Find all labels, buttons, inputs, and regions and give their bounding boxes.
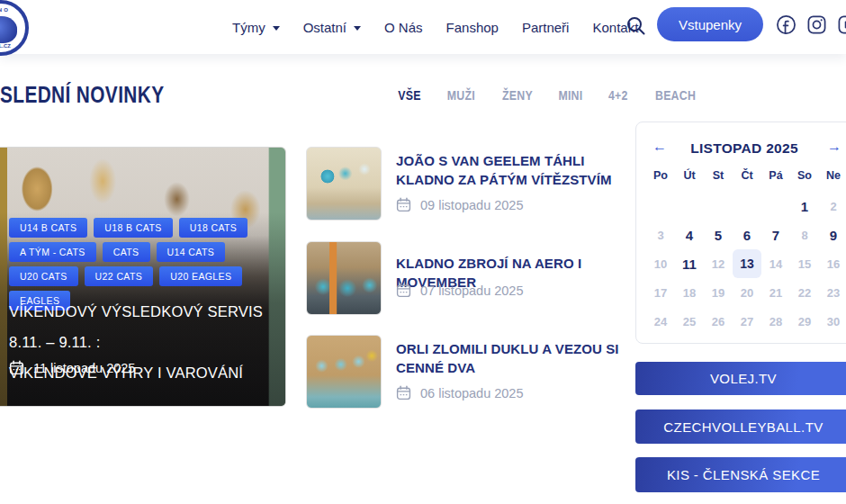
date-text: 11 listopadu 2025 [33, 361, 135, 375]
main-nav: Týmy Ostatní O Nás Fanshop Partneři Kont… [232, 0, 638, 54]
calendar-day-21[interactable]: 21 [761, 278, 790, 307]
site-header: ONO BAL.CZ Týmy Ostatní O Nás Fanshop Pa… [0, 0, 846, 54]
tag-u14-b-cats[interactable]: U14 B CATS [9, 218, 87, 238]
filter-tab-muzi[interactable]: MUŽI [447, 88, 475, 103]
calendar-day-28[interactable]: 28 [761, 307, 790, 336]
filter-tab-beach[interactable]: BEACH [655, 88, 696, 103]
filter-tab-vse[interactable]: VŠE [398, 88, 420, 103]
tickets-button[interactable]: Vstupenky [657, 7, 763, 41]
calendar-day-7[interactable]: 7 [761, 220, 790, 249]
calendar-day-11[interactable]: 11 [675, 249, 704, 278]
calendar-day-27[interactable]: 27 [733, 307, 761, 336]
tag-cats[interactable]: CATS [103, 242, 150, 262]
article-thumbnail [306, 147, 382, 220]
calendar-day-19[interactable]: 19 [704, 278, 733, 307]
filter-tab-zeny[interactable]: ŽENY [502, 88, 533, 103]
article-date: 09 listopadu 2025 [396, 197, 524, 212]
calendar-day-headers: Po Út St Čt Pá So Ne [646, 169, 846, 182]
calendar-next-arrow[interactable]: → [827, 139, 842, 155]
nav-item-o-nas[interactable]: O Nás [384, 20, 423, 35]
article-thumbnail [306, 335, 382, 409]
tag-u22-cats[interactable]: U22 CATS [85, 266, 154, 286]
nav-item-fanshop[interactable]: Fanshop [446, 20, 499, 35]
news-filter-tabs: VŠE MUŽI ŽENY MINI 4+2 BEACH [396, 88, 699, 103]
nav-item-tymy[interactable]: Týmy [232, 20, 280, 35]
dow-ne: Ne [819, 169, 846, 182]
calendar-day-17[interactable]: 17 [646, 278, 675, 307]
dow-pa: Pá [761, 169, 790, 182]
calendar-cell [646, 192, 675, 220]
club-logo-text-top: ONO [0, 7, 25, 13]
calendar-cell [733, 192, 761, 220]
tag-u20-cats[interactable]: U20 CATS [9, 266, 78, 286]
banner-kis-clenska-sekce[interactable]: KIS - ČLENSKÁ SEKCE [635, 457, 846, 492]
nav-item-partneri[interactable]: Partneři [522, 20, 570, 35]
facebook-icon[interactable] [776, 14, 796, 35]
tag-u20-eagles[interactable]: U20 EAGLES [159, 266, 242, 286]
calendar-day-26[interactable]: 26 [704, 307, 733, 336]
calendar-day-10[interactable]: 10 [646, 249, 675, 278]
calendar-day-14[interactable]: 14 [761, 249, 790, 278]
club-logo[interactable]: ONO BAL.CZ [0, 0, 29, 56]
dow-st: St [704, 169, 733, 182]
tag-a-tym-cats[interactable]: A TÝM - CATS [9, 242, 96, 262]
dow-so: So [790, 169, 819, 182]
calendar-day-12[interactable]: 12 [704, 249, 733, 278]
nav-label: O Nás [384, 20, 423, 35]
calendar-icon [396, 197, 411, 212]
dow-ct: Čt [733, 169, 761, 182]
date-text: 07 listopadu 2025 [420, 284, 524, 298]
featured-article-card[interactable]: U14 B CATS U18 B CATS U18 CATS A TÝM - C… [0, 147, 286, 407]
tag-u18-b-cats[interactable]: U18 B CATS [94, 218, 172, 238]
calendar-day-6[interactable]: 6 [733, 220, 761, 249]
filter-tab-4plus2[interactable]: 4+2 [608, 88, 628, 103]
dow-po: Po [646, 169, 675, 182]
youtube-icon[interactable] [837, 14, 846, 35]
calendar-day-29[interactable]: 29 [790, 307, 819, 336]
nav-label: Týmy [232, 20, 266, 35]
banner-volej-tv[interactable]: VOLEJ.TV [635, 362, 846, 395]
calendar-day-20[interactable]: 20 [733, 278, 761, 307]
article-thumbnail [306, 241, 382, 315]
filter-tab-mini[interactable]: MINI [559, 88, 583, 103]
calendar-day-16[interactable]: 16 [819, 249, 846, 278]
calendar-day-3[interactable]: 3 [646, 220, 675, 249]
calendar-icon [9, 360, 24, 375]
calendar-day-15[interactable]: 15 [790, 249, 819, 278]
banner-czechvolleyball-tv[interactable]: CZECHVOLLEYBALL.TV [635, 410, 846, 444]
featured-title-line1: VÍKENDOVÝ VÝSLEDKOVÝ SERVIS 8.11. – 9.11… [9, 296, 279, 357]
calendar-cell [675, 192, 704, 220]
calendar-day-25[interactable]: 25 [675, 307, 704, 336]
nav-item-ostatni[interactable]: Ostatní [303, 20, 361, 35]
calendar-day-13-today[interactable]: 13 [733, 249, 761, 278]
calendar-day-4[interactable]: 4 [675, 220, 704, 249]
calendar-day-1[interactable]: 1 [790, 192, 819, 220]
calendar-day-5[interactable]: 5 [704, 220, 733, 249]
calendar-icon [396, 385, 411, 400]
instagram-icon[interactable] [806, 14, 827, 35]
club-logo-text-bottom: BAL.CZ [0, 43, 25, 49]
calendar-day-18[interactable]: 18 [675, 278, 704, 307]
date-text: 06 listopadu 2025 [420, 386, 524, 400]
calendar-grid: 1 2 3 4 5 6 7 8 9 10 11 12 13 14 15 16 1… [646, 192, 846, 336]
tag-u14-cats[interactable]: U14 CATS [157, 242, 226, 262]
calendar-day-24[interactable]: 24 [646, 307, 675, 336]
calendar-day-30[interactable]: 30 [819, 307, 846, 336]
calendar-header: ← LISTOPAD 2025 → [636, 139, 846, 158]
calendar-day-23[interactable]: 23 [819, 278, 846, 307]
calendar-day-2[interactable]: 2 [819, 192, 846, 220]
calendar-day-8[interactable]: 8 [790, 220, 819, 249]
chevron-down-icon [354, 26, 361, 31]
calendar-cell [704, 192, 733, 220]
tag-u18-cats[interactable]: U18 CATS [179, 218, 248, 238]
calendar-day-22[interactable]: 22 [790, 278, 819, 307]
article-date: 07 listopadu 2025 [396, 283, 524, 298]
nav-label: Fanshop [446, 20, 499, 35]
article-title: ORLI ZLOMILI DUKLU A VEZOU SI CENNÉ DVA [396, 339, 623, 377]
nav-label: Ostatní [303, 20, 346, 35]
social-links [776, 14, 846, 35]
calendar-day-9[interactable]: 9 [819, 220, 846, 249]
nav-label: Partneři [522, 20, 570, 35]
search-icon[interactable] [625, 14, 648, 38]
calendar-icon [396, 283, 411, 298]
